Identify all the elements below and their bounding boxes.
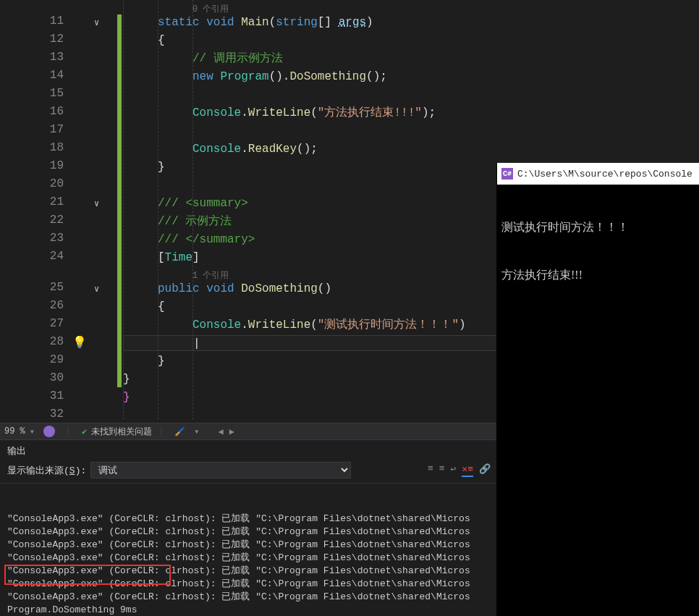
line-number: 21 <box>35 195 64 208</box>
line-number: 20 <box>35 177 64 190</box>
code-line[interactable]: [Time] <box>158 250 200 266</box>
code-line[interactable]: /// 示例方法 <box>158 214 232 229</box>
output-line: Program.DoSomething 9ms <box>7 604 491 616</box>
console-titlebar[interactable]: C# C:\Users\M\source\repos\Console <box>497 163 699 185</box>
line-number: 25 <box>35 281 64 294</box>
code-line[interactable]: // 调用示例方法 <box>192 51 283 67</box>
output-panel: 输出 显示输出来源(S): 调试 ≡ ≡ ↩ ✕≡ 🔗 "ConsoleApp3… <box>0 440 498 616</box>
line-number: 30 <box>35 371 64 384</box>
code-line[interactable]: } <box>123 389 130 405</box>
change-bar <box>117 14 122 387</box>
code-line[interactable]: } <box>158 353 165 369</box>
indent-icon[interactable]: ≡ <box>428 463 433 477</box>
code-line[interactable]: Console.WriteLine("方法执行结束!!!"); <box>192 105 436 121</box>
output-line: "ConsoleApp3.exe" (CoreCLR: clrhost): 已加… <box>7 512 491 526</box>
highlight-box <box>4 565 171 585</box>
output-toolbar: 显示输出来源(S): 调试 ≡ ≡ ↩ ✕≡ 🔗 <box>0 460 498 484</box>
code-line[interactable]: | <box>123 335 498 351</box>
code-line[interactable]: Console.WriteLine("测试执行时间方法！！！") <box>192 317 466 333</box>
line-number: 14 <box>35 69 64 82</box>
line-number: 28 <box>35 335 64 348</box>
output-line: "ConsoleApp3.exe" (CoreCLR: clrhost): 已加… <box>7 539 491 552</box>
line-number: 13 <box>35 51 64 64</box>
nav-left-icon[interactable]: ◀ <box>219 426 224 437</box>
line-number: 17 <box>35 123 64 136</box>
nav-right-icon[interactable]: ▶ <box>229 426 234 437</box>
chevron-down-icon[interactable]: ▾ <box>194 426 199 437</box>
line-number: 18 <box>35 141 64 154</box>
line-number: 32 <box>35 408 64 421</box>
fold-icon[interactable]: ∨ <box>94 17 99 28</box>
code-line[interactable]: public void DoSomething() <box>158 281 331 297</box>
code-line[interactable]: new Program().DoSomething(); <box>192 69 387 85</box>
console-body: 测试执行时间方法！！！ 方法执行结束!!! <box>497 185 699 318</box>
console-line: 测试执行时间方法！！！ <box>501 219 695 235</box>
brain-icon[interactable] <box>43 426 55 437</box>
code-line[interactable]: Console.ReadKey(); <box>192 141 318 157</box>
code-line[interactable]: /// </summary> <box>158 232 255 248</box>
code-line[interactable]: } <box>158 159 165 175</box>
line-number: 22 <box>35 214 64 227</box>
code-line[interactable]: { <box>158 33 165 48</box>
gutter: 1112131415161718192021222324252627282930… <box>0 0 69 423</box>
code-line[interactable]: { <box>158 299 165 315</box>
line-number: 12 <box>35 33 64 46</box>
output-line: "ConsoleApp3.exe" (CoreCLR: clrhost): 已加… <box>7 591 491 604</box>
code-line[interactable]: /// <summary> <box>158 195 248 211</box>
console-window[interactable]: C# C:\Users\M\source\repos\Console 测试执行时… <box>496 163 699 616</box>
indent-guide <box>123 0 124 420</box>
wrap-icon[interactable]: ↩ <box>451 463 457 477</box>
line-number: 27 <box>35 317 64 330</box>
output-source-select[interactable]: 调试 <box>90 462 351 478</box>
line-number: 23 <box>35 232 64 245</box>
indent-icon-2[interactable]: ≡ <box>439 463 445 477</box>
output-line: "ConsoleApp3.exe" (CoreCLR: clrhost): 已加… <box>7 552 491 565</box>
clear-output-icon[interactable]: ✕≡ <box>462 463 473 477</box>
output-source-label: 显示输出来源(S): <box>7 464 86 477</box>
line-number: 16 <box>35 105 64 118</box>
lightbulb-icon[interactable]: 💡 <box>72 335 87 350</box>
check-icon: ✔ <box>82 426 87 437</box>
output-body[interactable]: "ConsoleApp3.exe" (CoreCLR: clrhost): 已加… <box>0 484 498 616</box>
code-editor[interactable]: 1112131415161718192021222324252627282930… <box>0 0 498 423</box>
output-panel-title: 输出 <box>0 440 498 460</box>
line-number: 24 <box>35 250 64 263</box>
console-title: C:\Users\M\source\repos\Console <box>517 169 692 180</box>
line-number: 26 <box>35 299 64 312</box>
flame-icon[interactable]: 🖌️ <box>174 426 185 437</box>
no-issues-text: 未找到相关问题 <box>91 426 152 438</box>
chevron-down-icon[interactable]: ▾ <box>30 426 35 437</box>
line-number: 11 <box>35 14 64 28</box>
code-line[interactable]: } <box>123 371 130 387</box>
console-line: 方法执行结束!!! <box>501 267 695 283</box>
code-line[interactable]: static void Main(string[] args) <box>158 14 373 30</box>
line-number: 29 <box>35 353 64 366</box>
line-number: 15 <box>35 87 64 100</box>
output-line: "ConsoleApp3.exe" (CoreCLR: clrhost): 已加… <box>7 526 491 539</box>
zoom-level[interactable]: 99 % <box>4 426 25 436</box>
editor-status-bar: 99 % ▾ ✔ 未找到相关问题 🖌️ ▾ ◀ ▶ <box>0 423 498 440</box>
code-area[interactable]: 0 个引用static void Main(string[] args){// … <box>123 0 498 423</box>
line-number: 19 <box>35 159 64 172</box>
fold-icon[interactable]: ∨ <box>94 284 99 295</box>
console-app-icon: C# <box>501 168 513 180</box>
line-number: 31 <box>35 389 64 402</box>
link-icon[interactable]: 🔗 <box>479 463 491 477</box>
fold-icon[interactable]: ∨ <box>94 198 99 209</box>
